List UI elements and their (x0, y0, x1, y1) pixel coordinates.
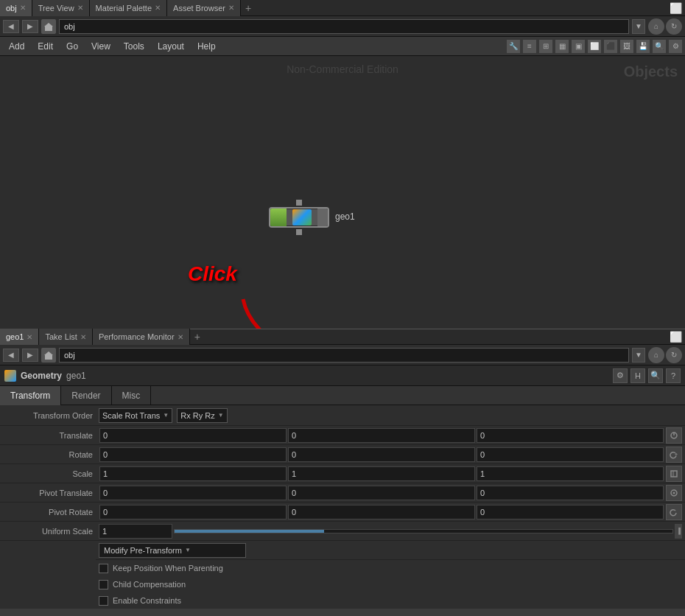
tab-treeview-close[interactable]: ✕ (77, 4, 83, 12)
extra-icon[interactable]: ⚙ (669, 40, 682, 53)
render2-icon[interactable]: ⬛ (604, 40, 617, 53)
tab-assetbrowser-close[interactable]: ✕ (228, 4, 234, 12)
pivot-rotate-y[interactable]: 0 (288, 505, 475, 519)
tab-geo1[interactable]: geo1 ✕ (0, 329, 39, 345)
menu-right-icons: 🔧 ≡ ⊞ ▦ ▣ ⬜ ⬛ 🖼 💾 🔍 ⚙ (507, 40, 682, 53)
home-circle-icon[interactable]: ⌂ (648, 18, 664, 35)
path-dropdown[interactable]: ▼ (632, 19, 645, 34)
objects-label: Objects (624, 63, 678, 80)
menu-add[interactable]: Add (3, 40, 30, 53)
wrench-icon[interactable]: 🔧 (507, 40, 520, 53)
scale-x[interactable]: 1 (99, 466, 287, 481)
menu-go[interactable]: Go (60, 40, 84, 53)
pivot-translate-reset-btn[interactable] (666, 485, 682, 501)
tab-obj-close[interactable]: ✕ (20, 4, 26, 12)
layout2-icon[interactable]: ▣ (572, 40, 585, 53)
add-tab-button[interactable]: + (241, 2, 256, 14)
rotate-y[interactable]: 0 (288, 447, 475, 462)
uniform-scale-input[interactable]: 1 (99, 524, 172, 539)
order-value2: Rx Ry Rz (180, 411, 214, 420)
menu-view[interactable]: View (85, 40, 116, 53)
properties-header: Geometry geo1 ⚙ H 🔍 ? (0, 365, 685, 386)
rotate-x[interactable]: 0 (99, 447, 287, 462)
node-connector-top (296, 200, 302, 206)
list-icon[interactable]: ≡ (523, 40, 536, 53)
scale-reset-btn[interactable] (666, 466, 682, 482)
translate-label: Translate (3, 431, 99, 440)
rotate-z[interactable]: 0 (477, 447, 664, 462)
scale-y[interactable]: 1 (288, 466, 475, 481)
pivot-rotate-reset-btn[interactable] (666, 504, 682, 520)
svg-point-11 (673, 491, 675, 494)
node-geo1[interactable]: geo1 (269, 200, 329, 235)
rotate-row: Rotate 0 0 0 (0, 445, 685, 464)
child-compensation-checkbox[interactable] (99, 580, 108, 589)
tab-geo1-close[interactable]: ✕ (27, 333, 32, 341)
save-icon[interactable]: 💾 (636, 40, 650, 53)
bottom-forward-button[interactable]: ▶ (22, 349, 38, 362)
bottom-home-circle-icon[interactable]: ⌂ (648, 347, 664, 363)
tab-materialpalette[interactable]: Material Palette ✕ (90, 0, 167, 16)
transform-order-label: Transform Order (3, 411, 99, 420)
rotate-reset-btn[interactable] (666, 447, 682, 463)
modify-pretransform-select[interactable]: Modify Pre-Transform ▼ (99, 543, 246, 558)
tab-transform[interactable]: Transform (0, 386, 61, 405)
zoom-btn[interactable]: 🔍 (648, 368, 663, 383)
render3-icon[interactable]: 🖼 (620, 40, 633, 53)
bottom-path-dropdown[interactable]: ▼ (632, 348, 645, 363)
transform-order-select2[interactable]: Rx Ry Rz ▼ (177, 408, 227, 423)
tab-takelist-close[interactable]: ✕ (80, 333, 86, 341)
tab-obj[interactable]: obj ✕ (0, 0, 32, 16)
translate-reset-btn[interactable] (666, 427, 682, 444)
refresh-icon[interactable]: ↻ (666, 18, 682, 35)
render1-icon[interactable]: ⬜ (588, 40, 601, 53)
nav-right-icons: ⌂ ↻ (648, 18, 682, 35)
menu-tools[interactable]: Tools (118, 40, 150, 53)
tab-assetbrowser[interactable]: Asset Browser ✕ (167, 0, 241, 16)
tab-perfmonitor-close[interactable]: ✕ (178, 333, 183, 341)
pivot-rotate-x[interactable]: 0 (99, 505, 287, 519)
pivot-rotate-z[interactable]: 0 (477, 505, 664, 519)
menu-edit[interactable]: Edit (32, 40, 59, 53)
tab-render[interactable]: Render (61, 386, 111, 405)
tab-takelist[interactable]: Take List ✕ (39, 329, 92, 345)
tab-perfmonitor[interactable]: Performance Monitor ✕ (93, 329, 190, 345)
bottom-back-button[interactable]: ◀ (3, 349, 19, 362)
click-annotation: Click (188, 262, 237, 286)
layout1-icon[interactable]: ▦ (555, 40, 569, 53)
window-controls[interactable]: ⬜ (670, 2, 682, 14)
bottom-window-controls[interactable]: ⬜ (670, 331, 682, 343)
tab-misc[interactable]: Misc (112, 386, 152, 405)
gear-btn[interactable]: ⚙ (613, 368, 628, 383)
uniform-scale-slider[interactable] (174, 529, 673, 533)
bottom-path-field[interactable]: obj (59, 348, 629, 363)
enable-constraints-checkbox[interactable] (99, 596, 108, 606)
transform-order-select1[interactable]: Scale Rot Trans ▼ (99, 408, 172, 423)
menu-layout[interactable]: Layout (152, 40, 190, 53)
keep-position-checkbox[interactable] (99, 564, 108, 573)
properties-node-name: geo1 (66, 371, 86, 381)
pivot-translate-x[interactable]: 0 (99, 486, 287, 500)
path-field[interactable]: obj (59, 19, 629, 34)
forward-button[interactable]: ▶ (22, 20, 38, 33)
add-bottom-tab-button[interactable]: + (190, 331, 205, 343)
menu-help[interactable]: Help (192, 40, 222, 53)
help-btn[interactable]: ? (666, 368, 681, 383)
grid-icon[interactable]: ⊞ (539, 40, 552, 53)
tab-treeview[interactable]: Tree View ✕ (32, 0, 90, 16)
pin-btn[interactable]: H (630, 368, 645, 383)
bottom-refresh-icon[interactable]: ↻ (666, 347, 682, 363)
tab-materialpalette-close[interactable]: ✕ (155, 4, 161, 12)
translate-y[interactable]: 0 (288, 428, 475, 443)
pivot-translate-z[interactable]: 0 (477, 486, 664, 500)
scale-z[interactable]: 1 (477, 466, 664, 481)
pivot-translate-y[interactable]: 0 (288, 486, 475, 500)
scale-label: Scale (3, 469, 99, 478)
back-button[interactable]: ◀ (3, 20, 19, 33)
node-body[interactable] (269, 207, 329, 228)
search-icon[interactable]: 🔍 (653, 40, 666, 53)
bottom-path-label: obj (64, 351, 75, 360)
translate-x[interactable]: 0 (99, 428, 287, 443)
translate-z[interactable]: 0 (477, 428, 664, 443)
uniform-scale-slider-handle[interactable]: ▐ (675, 524, 682, 539)
